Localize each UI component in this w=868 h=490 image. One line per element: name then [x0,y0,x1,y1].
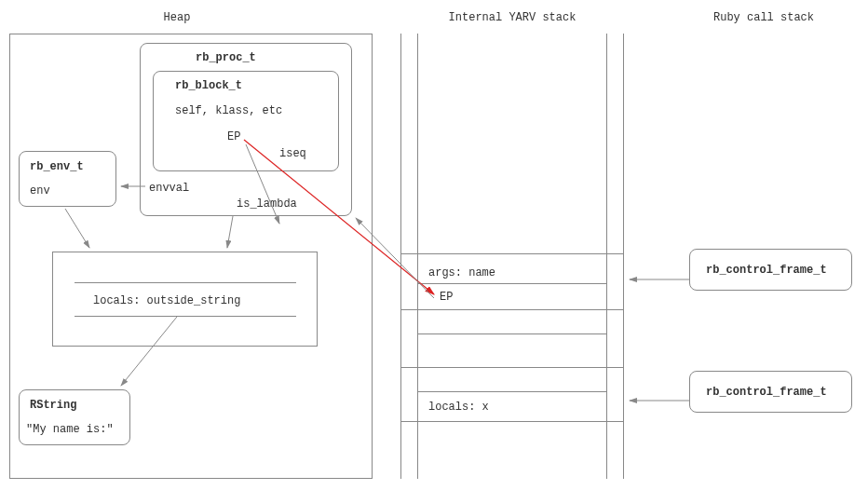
stack1-thin [417,333,607,334]
env-box [19,151,116,207]
block-title: rb_block_t [175,79,242,92]
stack1-mid [417,283,607,284]
env-field: env [30,184,50,197]
heap-title: Heap [121,11,233,24]
rstring-value: "My name is:" [26,423,114,436]
locals-hr-bottom [75,316,296,317]
stack1-bot [400,309,624,310]
stack1-args: args: name [428,266,495,279]
stack1-ep: EP [440,291,453,304]
block-iseq: iseq [279,147,306,160]
rstring-title: RString [30,399,76,412]
proc-title: rb_proc_t [196,51,256,64]
yarv-title: Internal YARV stack [410,11,615,24]
rstring-box [19,389,130,445]
stack2-bot [400,421,624,422]
locals-label: locals: outside_string [93,294,240,307]
stack2-top [400,367,624,368]
stack2-locals: locals: x [428,401,489,414]
locals-hr-top [75,282,296,283]
envval-label: envval [149,182,189,195]
control-frame-2-label: rb_control_frame_t [706,386,827,399]
stack1-top [400,253,624,254]
stack2-mid [417,391,607,392]
is-lambda-label: is_lambda [237,197,297,211]
ruby-title: Ruby call stack [671,11,857,24]
block-fields: self, klass, etc [175,104,282,117]
block-ep: EP [227,130,240,143]
env-title: rb_env_t [30,160,84,173]
control-frame-1-label: rb_control_frame_t [706,264,827,277]
